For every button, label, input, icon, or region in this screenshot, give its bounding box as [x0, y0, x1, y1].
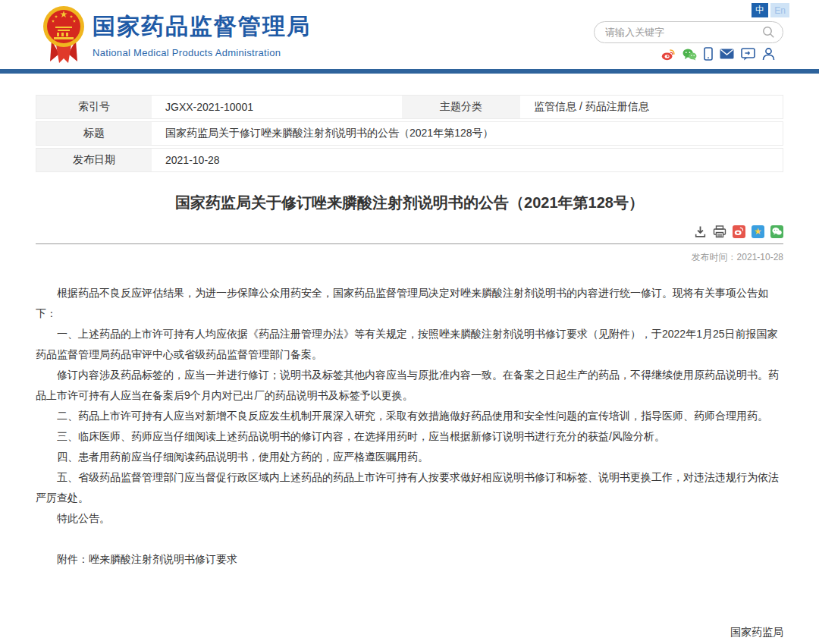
header-divider-bar — [0, 69, 819, 74]
info-table: 索引号 JGXX-2021-10001 主题分类 监管信息 / 药品注册信息 标… — [36, 95, 783, 172]
search-box[interactable] — [594, 21, 783, 43]
page-title: 国家药监局关于修订唑来膦酸注射剂说明书的公告（2021年第128号） — [36, 193, 783, 213]
table-row: 索引号 JGXX-2021-10001 主题分类 监管信息 / 药品注册信息 — [36, 95, 783, 119]
paragraph: 根据药品不良反应评估结果，为进一步保障公众用药安全，国家药品监督管理局决定对唑来… — [36, 283, 783, 324]
paragraph: 五、省级药品监督管理部门应当督促行政区域内上述药品的药品上市许可持有人按要求做好… — [36, 467, 783, 508]
paragraph: 特此公告。 — [36, 508, 783, 529]
search-icon[interactable] — [762, 26, 775, 39]
print-icon[interactable] — [713, 225, 726, 238]
publish-date-value: 2021-10-28 — [152, 149, 783, 171]
lang-zh-button[interactable]: 中 — [752, 3, 768, 17]
paragraph: 二、药品上市许可持有人应当对新增不良反应发生机制开展深入研究，采取有效措施做好药… — [36, 406, 783, 426]
table-row: 标题 国家药监局关于修订唑来膦酸注射剂说明书的公告（2021年第128号） — [36, 121, 783, 146]
wechat-icon[interactable] — [682, 48, 697, 61]
lang-en-button[interactable]: En — [770, 3, 789, 17]
doc-title-label: 标题 — [36, 122, 152, 145]
attachment-note: 附件：唑来膦酸注射剂说明书修订要求 — [36, 549, 783, 570]
signature-org: 国家药监局 — [36, 621, 783, 643]
mobile-icon[interactable] — [704, 47, 713, 61]
content: 索引号 JGXX-2021-10001 主题分类 监管信息 / 药品注册信息 标… — [0, 95, 819, 644]
article-body: 根据药品不良反应评估结果，为进一步保障公众用药安全，国家药品监督管理局决定对唑来… — [36, 283, 783, 570]
social-icons-row — [661, 47, 775, 61]
share-qzone-icon[interactable]: ★ — [752, 225, 764, 238]
title-divider — [36, 243, 783, 244]
article-toolbar: ★ — [36, 225, 783, 238]
doc-title-value: 国家药监局关于修订唑来膦酸注射剂说明书的公告（2021年第128号） — [152, 122, 783, 145]
paragraph: 一、上述药品的上市许可持有人均应依据《药品注册管理办法》等有关规定，按照唑来膦酸… — [36, 324, 783, 365]
download-icon[interactable] — [694, 225, 707, 238]
search-input[interactable] — [605, 27, 762, 38]
message-icon[interactable] — [741, 48, 755, 61]
paragraph: 修订内容涉及药品标签的，应当一并进行修订；说明书及标签其他内容应当与原批准内容一… — [36, 365, 783, 406]
national-emblem-icon — [42, 4, 85, 66]
site-header: 国家药品监督管理局 National Medical Products Admi… — [0, 0, 819, 69]
index-number-value: JGXX-2021-10001 — [152, 96, 402, 118]
share-weibo-icon[interactable] — [733, 225, 745, 238]
share-wechat-icon[interactable] — [770, 225, 783, 238]
site-titles: 国家药品监督管理局 National Medical Products Admi… — [93, 11, 311, 58]
paragraph: 三、临床医师、药师应当仔细阅读上述药品说明书的修订内容，在选择用药时，应当根据新… — [36, 426, 783, 447]
topic-category-value: 监管信息 / 药品注册信息 — [520, 96, 783, 118]
language-toggle: 中 En — [752, 3, 789, 17]
table-row: 发布日期 2021-10-28 — [36, 148, 783, 172]
site-subtitle: National Medical Products Administration — [93, 47, 311, 58]
index-number-label: 索引号 — [36, 96, 152, 118]
email-icon[interactable] — [720, 49, 734, 59]
signature-block: 国家药监局 2021年10月26日 — [36, 621, 783, 644]
user-icon[interactable] — [762, 47, 775, 61]
site-title: 国家药品监督管理局 — [93, 11, 311, 42]
topic-category-label: 主题分类 — [402, 96, 520, 118]
publish-time: 发布时间：2021-10-28 — [36, 251, 783, 264]
weibo-icon[interactable] — [661, 48, 676, 61]
publish-date-label: 发布日期 — [36, 149, 152, 171]
paragraph: 四、患者用药前应当仔细阅读药品说明书，使用处方药的，应严格遵医嘱用药。 — [36, 447, 783, 467]
